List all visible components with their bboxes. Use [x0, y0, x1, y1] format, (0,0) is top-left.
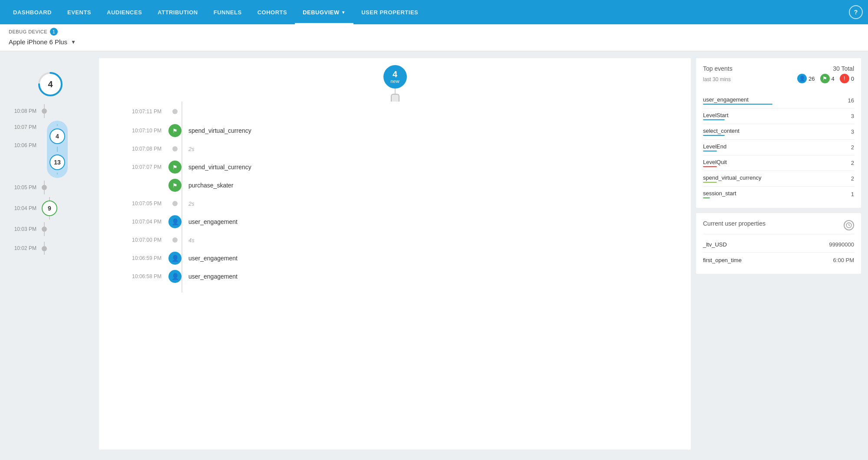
history-icon-button[interactable]	[844, 220, 854, 230]
event-icon-green: ⚑	[168, 179, 182, 192]
debug-badge: 1	[50, 28, 58, 36]
nav-attribution[interactable]: ATTRIBUTION	[150, 0, 206, 24]
event-icon-green: ⚑	[168, 161, 182, 174]
event-row[interactable]: 10:07:04 PM 👤 user_engagement	[99, 213, 691, 231]
event-row[interactable]: 10:06:59 PM 👤 user_engagement	[99, 249, 691, 267]
event-list-item[interactable]: LevelEnd 2	[703, 141, 854, 154]
timeline-sidebar: 4 10:08 PM 10:07 PM 10:06 PM	[7, 58, 94, 450]
event-row[interactable]: ⚑ purchase_skater	[99, 176, 691, 194]
timeline-row-1002: 10:02 PM	[11, 239, 94, 258]
top-events-card: Top events 30 Total last 30 mins 👤 26 ⚑ …	[696, 58, 861, 208]
timeline-row-1008: 10:08 PM	[11, 102, 94, 121]
event-row: 10:07:00 PM 4s	[99, 231, 691, 249]
top-events-title: Top events	[703, 65, 733, 72]
timeline-row-1004: 10:04 PM 9	[11, 197, 94, 220]
event-list-item[interactable]: session_start 1	[703, 187, 854, 201]
event-icon-blue: 👤	[168, 215, 182, 228]
new-events-badge[interactable]: 4 new	[383, 65, 407, 89]
prop-row-first-open: first_open_time 6:00 PM	[703, 253, 854, 267]
timeline-row-1005: 10:05 PM	[11, 178, 94, 197]
event-list-item[interactable]: LevelStart 3	[703, 109, 854, 123]
event-panel: 4 new 10:07:11 PM 10:07:1	[99, 58, 691, 450]
chevron-down-icon: ▼	[341, 10, 346, 15]
event-row: 10:07:05 PM 2s	[99, 194, 691, 213]
nav-cohorts[interactable]: COHORTS	[250, 0, 295, 24]
green-flag-icon: ⚑	[820, 74, 830, 83]
events-list: 10:07:11 PM 10:07:10 PM ⚑ spend_virtual_…	[99, 102, 691, 292]
badge-red: ! 0	[840, 74, 854, 83]
event-list-item[interactable]: spend_virtual_currency 2	[703, 172, 854, 185]
top-circle-number: 4	[48, 79, 53, 89]
event-badges: 👤 26 ⚑ 4 ! 0	[797, 74, 854, 83]
ts-circle-4[interactable]: 4	[50, 128, 65, 144]
device-chevron-icon: ▼	[71, 39, 76, 45]
red-warning-icon: !	[840, 74, 849, 83]
device-selector[interactable]: Apple iPhone 6 Plus ▼	[9, 38, 859, 46]
nav-user-properties[interactable]: USER PROPERTIES	[353, 0, 426, 24]
event-icon-blue: 👤	[168, 270, 182, 283]
ts-circle-9[interactable]: 9	[42, 200, 57, 216]
badge-blue: 👤 26	[797, 74, 815, 83]
right-panel: Top events 30 Total last 30 mins 👤 26 ⚑ …	[696, 58, 861, 450]
help-button[interactable]: ?	[849, 5, 863, 19]
main-content: 4 10:08 PM 10:07 PM 10:06 PM	[0, 51, 868, 457]
event-row: 10:07:08 PM 2s	[99, 140, 691, 158]
toolbar: DEBUG DEVICE 1 Apple iPhone 6 Plus ▼	[0, 24, 868, 51]
event-row: 10:07:11 PM	[99, 102, 691, 122]
nav-audiences[interactable]: AUDIENCES	[99, 0, 150, 24]
top-events-subtitle: last 30 mins	[703, 76, 731, 82]
nav-dashboard[interactable]: DASHBOARD	[5, 0, 59, 24]
timeline-row-1003: 10:03 PM	[11, 220, 94, 239]
user-props-title: Current user properties	[703, 220, 766, 227]
event-row[interactable]: 10:06:58 PM 👤 user_engagement	[99, 267, 691, 286]
user-properties-card: Current user properties _ltv_USD 9999000…	[696, 213, 861, 274]
nav-events[interactable]: EVENTS	[59, 0, 99, 24]
prop-row-ltv: _ltv_USD 99990000	[703, 238, 854, 251]
ts-dot-1003	[42, 227, 47, 232]
event-list-item[interactable]: select_content 3	[703, 125, 854, 138]
debug-device-label: DEBUG DEVICE 1	[9, 28, 859, 36]
event-list-item[interactable]: LevelQuit 2	[703, 156, 854, 170]
event-icon-green: ⚑	[168, 124, 182, 137]
event-icon-blue: 👤	[168, 252, 182, 265]
badge-green: ⚑ 4	[820, 74, 835, 83]
top-events-total: 30 Total	[833, 65, 854, 72]
blue-person-icon: 👤	[797, 74, 807, 83]
nav-debugview[interactable]: DEBUGVIEW ▼	[295, 0, 353, 24]
top-events-list: user_engagement 16 LevelStart 3	[703, 94, 854, 201]
navigation: DASHBOARD EVENTS AUDIENCES ATTRIBUTION F…	[0, 0, 868, 24]
event-list-item[interactable]: user_engagement 16	[703, 94, 854, 107]
ts-dot-1005	[42, 185, 47, 190]
ts-dot-1002	[42, 246, 47, 251]
new-events-header: 4 new	[99, 58, 691, 102]
timeline-highlight: 10:07 PM 10:06 PM 4 13	[11, 121, 94, 178]
event-row[interactable]: 10:07:07 PM ⚑ spend_virtual_currency	[99, 158, 691, 176]
nav-funnels[interactable]: FUNNELS	[206, 0, 250, 24]
ts-circle-13[interactable]: 13	[50, 154, 65, 170]
ts-dot	[42, 108, 47, 114]
event-row[interactable]: 10:07:10 PM ⚑ spend_virtual_currency	[99, 122, 691, 140]
